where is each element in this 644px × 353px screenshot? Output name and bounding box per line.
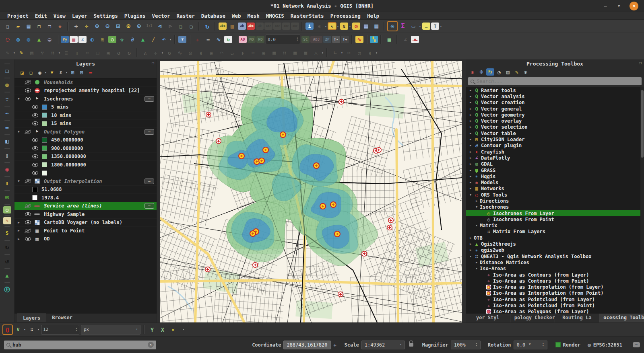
pointsampling-button[interactable]: ⓟ: [2, 284, 12, 295]
open-attribute-table-button[interactable]: ▦: [361, 21, 371, 31]
refresh-map-button[interactable]: ↻: [202, 21, 212, 31]
menu-mesh[interactable]: Mesh: [244, 12, 263, 20]
processing-tree-item[interactable]: ◎Isochrones From Layer: [466, 210, 640, 216]
menu-help[interactable]: Help: [364, 12, 382, 20]
topological-editing-button[interactable]: Y: [147, 325, 157, 335]
pipe-tool-button[interactable]: ▬: [203, 35, 213, 44]
minimize-button[interactable]: –: [602, 3, 609, 9]
visibility-eye-icon[interactable]: [25, 179, 31, 183]
expander-icon[interactable]: ▼: [474, 205, 479, 209]
memory-layer-indicator-icon[interactable]: ⋯: [144, 179, 154, 184]
processing-tree-item[interactable]: Iso-Area as Interpolation (from Layer): [466, 284, 640, 290]
snapping-type-button-dropdown[interactable]: ▾: [37, 328, 40, 331]
sld4raster-button[interactable]: ▚: [370, 36, 378, 43]
expander-icon[interactable]: ▶: [468, 150, 473, 154]
visibility-eye-icon[interactable]: [25, 229, 31, 233]
rotation-spin[interactable]: 0.0 ° ▴▾: [514, 341, 547, 349]
options-button[interactable]: ✻: [522, 68, 530, 76]
layer-row[interactable]: ▼Output Interpolation⋯: [14, 177, 157, 186]
processing-search-box[interactable]: [468, 77, 642, 85]
processing-search-input[interactable]: [477, 78, 639, 84]
magnifier-spin[interactable]: 100% ▴▾: [451, 341, 481, 349]
collapse-all-button[interactable]: ⊟: [78, 68, 86, 76]
snapping-tolerance-spin[interactable]: 12▴▾: [41, 325, 79, 335]
menu-layer[interactable]: Layer: [69, 12, 91, 20]
snapping-extra-dropdown[interactable]: ▾: [179, 325, 188, 335]
edit-features-in-place-button[interactable]: ✎: [513, 68, 521, 76]
menu-web[interactable]: Web: [229, 12, 244, 20]
class-swatch[interactable]: [42, 170, 47, 176]
open-layer-styling-button[interactable]: ◪: [18, 68, 26, 76]
select-by-value-button[interactable]: ▦: [372, 21, 381, 31]
zoom-full-button[interactable]: ⊡: [113, 21, 123, 31]
text-smaller-button[interactable]: T-: [332, 36, 340, 43]
add-postgis-button[interactable]: ◧: [2, 136, 12, 146]
table-refresh-button[interactable]: ↻: [224, 36, 232, 43]
text-bigger-button[interactable]: T+: [341, 36, 349, 43]
layer-row[interactable]: 5 mins: [14, 103, 157, 112]
layer-row[interactable]: reprojected_amenity_hospital [22]: [14, 87, 157, 95]
layer-row[interactable]: 15 mins: [14, 120, 157, 128]
processing-tree-item[interactable]: ▶QVector creation: [466, 100, 640, 106]
dock-tab[interactable]: ocessing Toolb: [599, 314, 644, 322]
snapping-mode-button-dropdown[interactable]: ▾: [23, 328, 27, 331]
lock-scale-icon[interactable]: [409, 343, 413, 347]
run-feature-action-button-dropdown[interactable]: ▾: [324, 25, 328, 28]
processing-tree-item[interactable]: ▶QVector table: [466, 130, 640, 136]
add-delimited-text-button[interactable]: ∵: [2, 94, 12, 104]
filter-expression-button[interactable]: ε: [57, 68, 65, 76]
visibility-eye-icon[interactable]: [32, 154, 38, 158]
expander-icon[interactable]: ▶: [18, 229, 23, 232]
layer-labeling-button[interactable]: abc: [219, 23, 227, 30]
memory-layer-indicator-icon[interactable]: ⋯: [144, 129, 154, 135]
visibility-eye-icon[interactable]: [25, 130, 31, 134]
layer-row[interactable]: ▼⚑Isochrones⋯: [14, 95, 157, 103]
processing-tree-item[interactable]: ▶▦Networks: [466, 186, 640, 192]
expander-icon[interactable]: ▶: [468, 132, 473, 135]
processing-tree-item[interactable]: ▶ψGRASS: [466, 167, 640, 173]
processing-tree-item[interactable]: ▶◖Crayfish: [466, 149, 640, 155]
move-feature-button-dropdown[interactable]: ▾: [161, 51, 164, 55]
expander-icon[interactable]: ▶: [468, 181, 473, 184]
processing-tree-item[interactable]: ▼◌ORS Tools: [466, 192, 640, 198]
identify-features-button[interactable]: i: [305, 23, 314, 30]
dock-tab[interactable]: yer Styl: [466, 314, 510, 322]
class-swatch[interactable]: [42, 121, 47, 126]
select-features-button[interactable]: ↖: [328, 23, 336, 30]
processing-tree-item[interactable]: ▶⊞CityJSON Loader: [466, 136, 640, 142]
processing-tree-item[interactable]: ▶Distance Matrices: [466, 259, 640, 265]
advanced-digitizing-sc-button[interactable]: SC: [301, 36, 310, 43]
filter-expression-button-dropdown[interactable]: ▾: [65, 71, 68, 74]
advanced-digitizing-mo-button[interactable]: MO: [248, 36, 256, 43]
locator-search-input[interactable]: [12, 342, 148, 348]
text-annotation-button[interactable]: T: [431, 23, 439, 30]
quickmapservices-edit-button[interactable]: ✎: [3, 217, 11, 224]
plot-profile-button[interactable]: ∠: [78, 36, 87, 43]
expander-icon[interactable]: ▶: [18, 221, 23, 224]
map-tips-button[interactable]: …: [422, 23, 430, 30]
new-print-layout-button[interactable]: ❐: [34, 21, 44, 31]
add-spatialite-button[interactable]: ▬: [2, 122, 12, 132]
visibility-eye-icon[interactable]: [32, 105, 38, 109]
processing-tree-item[interactable]: ▶QVector selection: [466, 124, 640, 130]
add-group-button[interactable]: ❏: [27, 68, 35, 76]
pyramid-tool-button-dropdown[interactable]: ▾: [321, 51, 324, 55]
processing-tree-item[interactable]: ▶QVector overlay: [466, 118, 640, 124]
rasterstats-histogram-button[interactable]: ▁▅▂: [411, 36, 419, 43]
help-contents-button[interactable]: ?: [178, 36, 186, 43]
layer-row[interactable]: 900.0000000: [14, 144, 157, 153]
advanced-digitizing-2p-button[interactable]: 2P: [323, 36, 331, 43]
expander-icon[interactable]: ▼: [474, 267, 479, 270]
processing-tree-item[interactable]: ◎Isochrones From Point: [466, 216, 640, 222]
processing-tree-item[interactable]: ▶QVector general: [466, 106, 640, 112]
menu-project[interactable]: Project: [4, 12, 32, 20]
project-save-button[interactable]: ▤: [24, 21, 33, 31]
visibility-eye-icon[interactable]: [32, 138, 38, 142]
processing-tree-item[interactable]: ▶✳qgis2web: [466, 247, 640, 253]
dataplotly-grid-button[interactable]: ▦: [70, 36, 78, 43]
pan-map-button[interactable]: ✛: [71, 21, 81, 31]
layer-row[interactable]: 1800.0000000: [14, 161, 157, 169]
processing-tree-item[interactable]: ▼Matrix: [466, 223, 640, 229]
r-scripts-button[interactable]: ®: [477, 68, 485, 76]
toggle-editing-button[interactable]: ✎: [17, 48, 26, 57]
